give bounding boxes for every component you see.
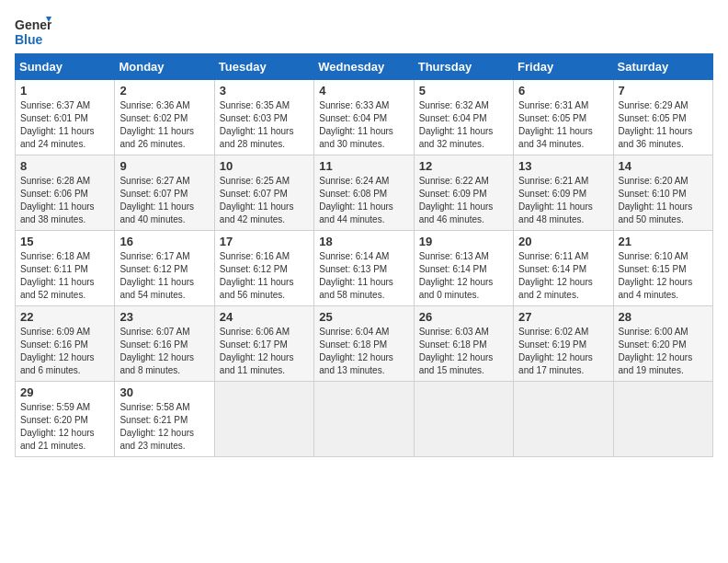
cell-content: Sunrise: 6:16 AM Sunset: 6:12 PM Dayligh…	[220, 250, 309, 302]
sunrise-text: Sunrise: 6:02 AM	[518, 326, 608, 339]
calendar-table: SundayMondayTuesdayWednesdayThursdayFrid…	[15, 53, 713, 457]
day-number: 20	[518, 235, 608, 248]
cell-content: Sunrise: 6:32 AM Sunset: 6:04 PM Dayligh…	[419, 99, 508, 151]
sunrise-text: Sunrise: 6:06 AM	[220, 326, 309, 339]
daylight-text: Daylight: 12 hours and 17 minutes.	[518, 351, 608, 377]
sunset-text: Sunset: 6:15 PM	[619, 263, 708, 276]
calendar-week-row: 15 Sunrise: 6:18 AM Sunset: 6:11 PM Dayl…	[16, 231, 713, 306]
sunrise-text: Sunrise: 5:58 AM	[119, 401, 209, 414]
calendar-cell: 30 Sunrise: 5:58 AM Sunset: 6:21 PM Dayl…	[115, 382, 214, 457]
sunrise-text: Sunrise: 6:10 AM	[619, 250, 708, 263]
sunset-text: Sunset: 6:20 PM	[619, 339, 708, 351]
day-number: 11	[319, 159, 408, 173]
cell-content: Sunrise: 6:10 AM Sunset: 6:15 PM Dayligh…	[619, 250, 708, 302]
day-number: 12	[419, 159, 508, 173]
cell-content: Sunrise: 6:25 AM Sunset: 6:07 PM Dayligh…	[220, 175, 309, 226]
cell-content: Sunrise: 6:27 AM Sunset: 6:07 PM Dayligh…	[119, 175, 209, 226]
day-number: 27	[518, 310, 608, 324]
sunset-text: Sunset: 6:17 PM	[220, 339, 309, 351]
day-number: 1	[20, 84, 109, 98]
day-of-week-header: Thursday	[414, 54, 513, 80]
sunrise-text: Sunrise: 6:32 AM	[419, 99, 508, 112]
daylight-text: Daylight: 12 hours and 21 minutes.	[20, 427, 109, 453]
daylight-text: Daylight: 11 hours and 52 minutes.	[20, 276, 109, 302]
sunrise-text: Sunrise: 6:03 AM	[419, 326, 508, 339]
day-number: 6	[518, 84, 608, 98]
sunrise-text: Sunrise: 6:24 AM	[319, 175, 408, 188]
sunset-text: Sunset: 6:14 PM	[518, 263, 608, 276]
sunrise-text: Sunrise: 6:20 AM	[619, 175, 708, 188]
day-number: 8	[20, 159, 109, 173]
sunset-text: Sunset: 6:05 PM	[619, 112, 708, 125]
logo-icon-wrap: General Blue	[15, 15, 51, 48]
cell-content: Sunrise: 6:24 AM Sunset: 6:08 PM Dayligh…	[319, 175, 408, 226]
day-number: 29	[20, 385, 109, 399]
calendar-cell: 21 Sunrise: 6:10 AM Sunset: 6:15 PM Dayl…	[613, 231, 712, 306]
sunrise-text: Sunrise: 6:18 AM	[20, 250, 109, 263]
calendar-cell: 18 Sunrise: 6:14 AM Sunset: 6:13 PM Dayl…	[314, 231, 414, 306]
sunrise-text: Sunrise: 5:59 AM	[20, 401, 109, 414]
day-number: 10	[220, 159, 309, 173]
calendar-cell	[414, 382, 513, 457]
sunrise-text: Sunrise: 6:11 AM	[518, 250, 608, 263]
sunrise-text: Sunrise: 6:31 AM	[518, 99, 608, 112]
daylight-text: Daylight: 11 hours and 26 minutes.	[119, 125, 209, 151]
sunset-text: Sunset: 6:19 PM	[518, 339, 608, 351]
sunset-text: Sunset: 6:07 PM	[220, 188, 309, 201]
sunrise-text: Sunrise: 6:33 AM	[319, 99, 408, 112]
day-of-week-header: Friday	[514, 54, 613, 80]
logo-blue: Blue	[15, 32, 43, 47]
calendar-cell: 15 Sunrise: 6:18 AM Sunset: 6:11 PM Dayl…	[16, 231, 115, 306]
cell-content: Sunrise: 6:31 AM Sunset: 6:05 PM Dayligh…	[518, 99, 608, 151]
day-of-week-header: Wednesday	[314, 54, 414, 80]
cell-content: Sunrise: 6:03 AM Sunset: 6:18 PM Dayligh…	[419, 326, 508, 377]
day-of-week-header: Sunday	[16, 54, 115, 80]
day-number: 5	[419, 84, 508, 98]
day-number: 14	[619, 159, 708, 173]
cell-content: Sunrise: 6:04 AM Sunset: 6:18 PM Dayligh…	[319, 326, 408, 377]
calendar-cell: 11 Sunrise: 6:24 AM Sunset: 6:08 PM Dayl…	[314, 155, 414, 231]
day-number: 25	[319, 310, 408, 324]
daylight-text: Daylight: 11 hours and 54 minutes.	[119, 276, 209, 302]
daylight-text: Daylight: 12 hours and 23 minutes.	[119, 427, 209, 453]
day-number: 30	[119, 385, 209, 399]
sunset-text: Sunset: 6:02 PM	[119, 112, 209, 125]
cell-content: Sunrise: 5:58 AM Sunset: 6:21 PM Dayligh…	[119, 401, 209, 453]
calendar-cell: 20 Sunrise: 6:11 AM Sunset: 6:14 PM Dayl…	[514, 231, 613, 306]
day-of-week-header: Saturday	[613, 54, 712, 80]
calendar-cell: 16 Sunrise: 6:17 AM Sunset: 6:12 PM Dayl…	[115, 231, 214, 306]
sunset-text: Sunset: 6:06 PM	[20, 188, 109, 201]
calendar-cell	[214, 382, 313, 457]
cell-content: Sunrise: 6:18 AM Sunset: 6:11 PM Dayligh…	[20, 250, 109, 302]
cell-content: Sunrise: 6:28 AM Sunset: 6:06 PM Dayligh…	[20, 175, 109, 226]
day-number: 2	[119, 84, 209, 98]
sunrise-text: Sunrise: 6:13 AM	[419, 250, 508, 263]
cell-content: Sunrise: 6:02 AM Sunset: 6:19 PM Dayligh…	[518, 326, 608, 377]
logo-container: General Blue	[15, 15, 51, 48]
daylight-text: Daylight: 11 hours and 38 minutes.	[20, 201, 109, 226]
sunrise-text: Sunrise: 6:21 AM	[518, 175, 608, 188]
calendar-cell: 24 Sunrise: 6:06 AM Sunset: 6:17 PM Dayl…	[214, 306, 313, 382]
daylight-text: Daylight: 12 hours and 19 minutes.	[619, 351, 708, 377]
sunset-text: Sunset: 6:16 PM	[119, 339, 209, 351]
daylight-text: Daylight: 11 hours and 50 minutes.	[619, 201, 708, 226]
calendar-cell: 29 Sunrise: 5:59 AM Sunset: 6:20 PM Dayl…	[16, 382, 115, 457]
sunset-text: Sunset: 6:08 PM	[319, 188, 408, 201]
calendar-cell: 9 Sunrise: 6:27 AM Sunset: 6:07 PM Dayli…	[115, 155, 214, 231]
calendar-cell: 17 Sunrise: 6:16 AM Sunset: 6:12 PM Dayl…	[214, 231, 313, 306]
calendar-cell: 1 Sunrise: 6:37 AM Sunset: 6:01 PM Dayli…	[16, 80, 115, 155]
day-number: 19	[419, 235, 508, 248]
daylight-text: Daylight: 11 hours and 42 minutes.	[220, 201, 309, 226]
cell-content: Sunrise: 6:36 AM Sunset: 6:02 PM Dayligh…	[119, 99, 209, 151]
sunrise-text: Sunrise: 6:09 AM	[20, 326, 109, 339]
calendar-cell: 2 Sunrise: 6:36 AM Sunset: 6:02 PM Dayli…	[115, 80, 214, 155]
daylight-text: Daylight: 11 hours and 32 minutes.	[419, 125, 508, 151]
day-number: 4	[319, 84, 408, 98]
sunrise-text: Sunrise: 6:35 AM	[220, 99, 309, 112]
daylight-text: Daylight: 11 hours and 34 minutes.	[518, 125, 608, 151]
calendar-cell: 28 Sunrise: 6:00 AM Sunset: 6:20 PM Dayl…	[613, 306, 712, 382]
daylight-text: Daylight: 12 hours and 2 minutes.	[518, 276, 608, 302]
sunrise-text: Sunrise: 6:04 AM	[319, 326, 408, 339]
day-number: 22	[20, 310, 109, 324]
calendar-cell: 19 Sunrise: 6:13 AM Sunset: 6:14 PM Dayl…	[414, 231, 513, 306]
